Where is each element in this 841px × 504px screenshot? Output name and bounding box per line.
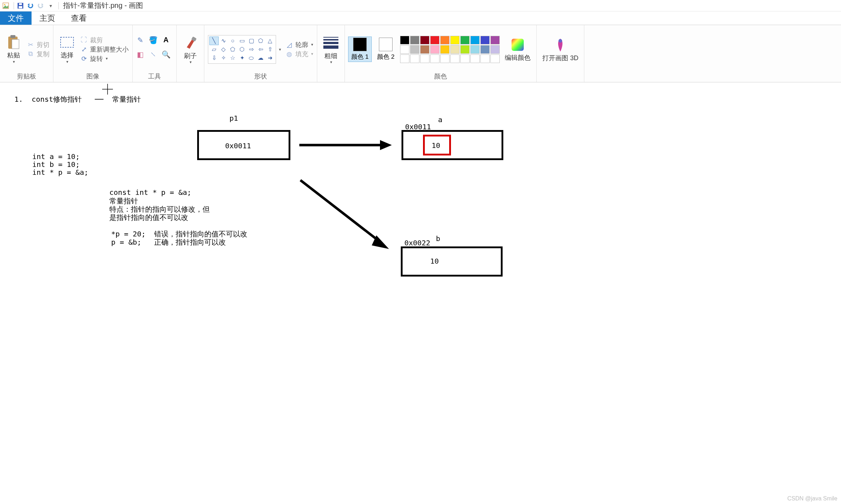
- titlebar: ▾ 指针-常量指针.png - 画图: [0, 0, 841, 11]
- outline-button[interactable]: ◿ 轮廓▾: [285, 40, 313, 49]
- color-swatch-empty[interactable]: [440, 54, 450, 63]
- bucket-icon[interactable]: 🪣: [149, 36, 157, 44]
- app-icon: [1, 1, 10, 10]
- cut-button[interactable]: ✂ 剪切: [27, 40, 49, 49]
- color-swatch[interactable]: [430, 45, 439, 54]
- group-brush: 刷子 ▾: [177, 25, 204, 82]
- paste-label: 粘贴: [7, 52, 20, 59]
- tab-home[interactable]: 主页: [32, 11, 63, 25]
- decl-p: int * p = &a;: [32, 168, 89, 177]
- resize-button[interactable]: ⤢ 重新调整大小: [80, 45, 129, 54]
- color-swatch[interactable]: [480, 45, 490, 54]
- group-shapes: ╲∿○▭▢⬠△ ▱◇⬠⬡⇨⇦⇧ ⇩✧☆✦⬭☁➜ ▾ ◿ 轮廓▾ ◍ 填充▾ 形状: [204, 25, 317, 82]
- color-swatch-empty[interactable]: [420, 54, 429, 63]
- svg-rect-8: [61, 37, 73, 47]
- group-shapes-label: 形状: [208, 72, 313, 82]
- color-swatch[interactable]: [440, 45, 450, 54]
- color-swatch-empty[interactable]: [410, 54, 419, 63]
- fill-button[interactable]: ◍ 填充▾: [285, 49, 313, 59]
- const-decl: const int * p = &a;: [109, 188, 191, 197]
- redo-icon[interactable]: [36, 1, 45, 10]
- color-swatch-empty[interactable]: [460, 54, 470, 63]
- color-swatch[interactable]: [420, 36, 429, 44]
- color-swatch[interactable]: [400, 36, 409, 44]
- paint3d-icon: [552, 37, 568, 53]
- crop-button[interactable]: ⛶ 裁剪: [80, 35, 129, 45]
- select-button[interactable]: 选择 ▾: [57, 33, 77, 66]
- tab-file[interactable]: 文件: [0, 11, 32, 25]
- color2-well[interactable]: 颜色 2: [374, 37, 397, 62]
- canvas[interactable]: 1. const修饰指针 ── 常量指针 int a = 10; int b =…: [0, 82, 841, 504]
- save-icon[interactable]: [16, 1, 25, 10]
- svg-rect-10: [512, 39, 524, 51]
- cut-icon: ✂: [27, 41, 34, 49]
- color-swatch[interactable]: [410, 36, 419, 44]
- arrow-diag-icon: [298, 177, 391, 253]
- group-colors: 颜色 1 颜色 2 编辑颜色 颜色: [345, 25, 537, 82]
- p1-value: 0x0011: [225, 141, 251, 150]
- color-swatch-empty[interactable]: [450, 54, 460, 63]
- copy-button[interactable]: ⧉ 复制: [27, 49, 49, 59]
- heading-text: 1. const修饰指针 ── 常量指针: [14, 95, 141, 104]
- color-palette[interactable]: [400, 36, 500, 63]
- shapes-gallery[interactable]: ╲∿○▭▢⬠△ ▱◇⬠⬡⇨⇦⇧ ⇩✧☆✦⬭☁➜: [208, 35, 276, 64]
- text-icon[interactable]: A: [162, 36, 170, 44]
- p1-label: p1: [229, 114, 238, 123]
- color-swatch[interactable]: [430, 36, 439, 44]
- color-swatch[interactable]: [460, 36, 470, 44]
- brush-icon: [182, 35, 198, 51]
- color-swatch-empty[interactable]: [480, 54, 490, 63]
- edit-colors-icon: [510, 37, 526, 53]
- eraser-icon[interactable]: ◧: [136, 51, 144, 58]
- undo-icon[interactable]: [26, 1, 35, 10]
- color-swatch-empty[interactable]: [490, 54, 500, 63]
- size-icon: [323, 35, 339, 51]
- color-swatch[interactable]: [490, 36, 500, 44]
- group-clipboard: 粘贴 ▾ ✂ 剪切 ⧉ 复制 剪贴板: [0, 25, 53, 82]
- magnifier-icon[interactable]: 🔍: [162, 51, 170, 58]
- pencil-icon[interactable]: ✎: [136, 36, 144, 44]
- color-swatch[interactable]: [490, 45, 500, 54]
- color-swatch[interactable]: [470, 45, 480, 54]
- paste-button[interactable]: 粘贴 ▾: [4, 33, 24, 66]
- const-feature-2: 是指针指向的值不可以改: [109, 213, 188, 222]
- rotate-button[interactable]: ⟳ 旋转▾: [80, 54, 129, 63]
- group-colors-label: 颜色: [348, 72, 533, 82]
- group-image: 选择 ▾ ⛶ 裁剪 ⤢ 重新调整大小 ⟳ 旋转▾ 图像: [53, 25, 133, 82]
- color-swatch-empty[interactable]: [430, 54, 439, 63]
- window-title: 指针-常量指针.png - 画图: [63, 1, 143, 10]
- color-swatch[interactable]: [440, 36, 450, 44]
- color-swatch[interactable]: [450, 45, 460, 54]
- svg-line-16: [300, 180, 380, 242]
- b-box: [401, 246, 503, 277]
- color-swatch[interactable]: [480, 36, 490, 44]
- resize-icon: ⤢: [80, 45, 88, 53]
- color-swatch[interactable]: [460, 45, 470, 54]
- color-swatch-empty[interactable]: [400, 54, 409, 63]
- svg-rect-4: [19, 3, 22, 5]
- color-swatch-empty[interactable]: [470, 54, 480, 63]
- ribbon: 粘贴 ▾ ✂ 剪切 ⧉ 复制 剪贴板 选择: [0, 25, 841, 82]
- group-paint3d: 打开画图 3D: [537, 25, 584, 82]
- select-icon: [59, 34, 75, 50]
- color-swatch[interactable]: [410, 45, 419, 54]
- color-swatch[interactable]: [420, 45, 429, 54]
- brush-button[interactable]: 刷子 ▾: [180, 34, 200, 66]
- color-swatch[interactable]: [470, 36, 480, 44]
- edit-colors-button[interactable]: 编辑颜色: [503, 35, 533, 63]
- paint3d-button[interactable]: 打开画图 3D: [540, 36, 580, 64]
- decl-a: int a = 10;: [32, 152, 80, 161]
- size-button[interactable]: 粗细 ▾: [321, 34, 341, 66]
- shapes-more-icon[interactable]: ▾: [279, 27, 281, 72]
- tab-view[interactable]: 查看: [63, 11, 95, 25]
- picker-icon[interactable]: ⟍: [149, 51, 157, 58]
- qat-customize-icon[interactable]: ▾: [46, 1, 55, 10]
- fill-icon: ◍: [285, 50, 293, 58]
- a-label: a: [438, 115, 442, 124]
- color1-well[interactable]: 颜色 1: [348, 37, 371, 62]
- group-clipboard-label: 剪贴板: [4, 72, 49, 82]
- arrow-right-icon: [299, 138, 393, 152]
- svg-marker-15: [380, 140, 392, 150]
- color-swatch[interactable]: [450, 36, 460, 44]
- color-swatch[interactable]: [400, 45, 409, 54]
